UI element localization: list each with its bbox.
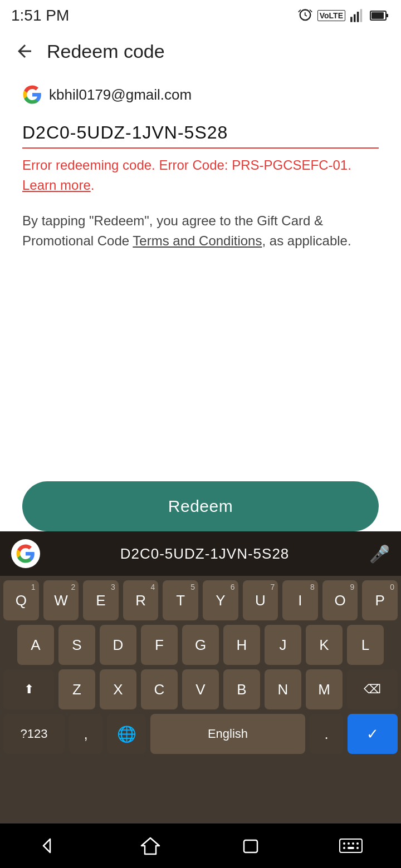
space-key[interactable]: English bbox=[150, 714, 305, 754]
svg-rect-10 bbox=[340, 839, 362, 852]
key-Y[interactable]: 6Y bbox=[203, 580, 238, 620]
back-button[interactable] bbox=[11, 38, 38, 65]
keyboard-google-logo bbox=[11, 539, 40, 568]
key-W[interactable]: 2W bbox=[43, 580, 79, 620]
terms-text: By tapping "Redeem", you agree to the Gi… bbox=[22, 211, 379, 251]
key-I[interactable]: 8I bbox=[282, 580, 318, 620]
redeem-button[interactable]: Redeem bbox=[22, 481, 379, 531]
status-time: 1:51 PM bbox=[11, 7, 69, 24]
key-row-2: A S D F G H J K L bbox=[3, 625, 398, 665]
code-input[interactable] bbox=[22, 118, 379, 149]
comma-key[interactable]: , bbox=[69, 714, 102, 754]
mic-icon[interactable]: 🎤 bbox=[369, 544, 390, 564]
nav-keyboard-button[interactable] bbox=[329, 829, 373, 862]
google-logo bbox=[22, 85, 42, 105]
numeric-key[interactable]: ?123 bbox=[3, 714, 65, 754]
page-title: Redeem code bbox=[47, 41, 165, 62]
key-B[interactable]: B bbox=[223, 669, 260, 709]
volte-icon: VoLTE bbox=[317, 10, 345, 21]
svg-point-15 bbox=[343, 847, 345, 849]
terms-link[interactable]: Terms and Conditions bbox=[133, 233, 262, 248]
key-row-1: 1Q 2W 3E 4R 5T 6Y 7U 8I 9O 0P bbox=[3, 580, 398, 620]
error-message: Error redeeming code. Error Code: PRS-PG… bbox=[22, 155, 379, 195]
error-text: Error redeeming code. Error Code: PRS-PG… bbox=[22, 157, 351, 172]
account-email: kbhil0179@gmail.com bbox=[49, 86, 192, 103]
svg-point-11 bbox=[343, 842, 345, 845]
redeem-button-wrapper: Redeem bbox=[22, 481, 379, 531]
svg-marker-7 bbox=[43, 839, 50, 852]
status-icons: VoLTE bbox=[297, 8, 390, 23]
key-E[interactable]: 3E bbox=[83, 580, 119, 620]
key-row-3: ⬆ Z X C V B N M ⌫ bbox=[3, 669, 398, 709]
key-L[interactable]: L bbox=[347, 625, 384, 665]
key-T[interactable]: 5T bbox=[163, 580, 198, 620]
svg-rect-16 bbox=[348, 847, 354, 849]
key-O[interactable]: 9O bbox=[322, 580, 358, 620]
key-row-4: ?123 , 🌐 English . ✓ bbox=[3, 714, 398, 754]
svg-rect-1 bbox=[354, 14, 356, 22]
period-key[interactable]: . bbox=[310, 714, 343, 754]
key-V[interactable]: V bbox=[182, 669, 219, 709]
status-bar: 1:51 PM VoLTE bbox=[0, 0, 401, 29]
key-A[interactable]: A bbox=[17, 625, 54, 665]
globe-key[interactable]: 🌐 bbox=[107, 714, 146, 754]
svg-point-12 bbox=[348, 842, 350, 845]
signal-icon bbox=[350, 8, 365, 23]
nav-home-button[interactable] bbox=[128, 829, 173, 862]
key-M[interactable]: M bbox=[306, 669, 343, 709]
svg-rect-5 bbox=[371, 12, 384, 19]
svg-marker-8 bbox=[141, 838, 159, 854]
svg-rect-0 bbox=[350, 17, 353, 22]
keyboard-keys: 1Q 2W 3E 4R 5T 6Y 7U 8I 9O 0P A S D F G … bbox=[0, 576, 401, 758]
key-J[interactable]: J bbox=[265, 625, 301, 665]
nav-back-button[interactable] bbox=[28, 829, 72, 862]
app-bar: Redeem code bbox=[0, 29, 401, 73]
key-N[interactable]: N bbox=[265, 669, 301, 709]
alarm-icon bbox=[297, 8, 313, 23]
keyboard-topbar: D2C0-5UDZ-1JVN-5S28 🎤 bbox=[0, 531, 401, 576]
code-input-wrapper[interactable] bbox=[22, 118, 379, 149]
svg-rect-2 bbox=[357, 12, 359, 22]
content-area: kbhil0179@gmail.com Error redeeming code… bbox=[0, 73, 401, 262]
key-Q[interactable]: 1Q bbox=[3, 580, 39, 620]
key-X[interactable]: X bbox=[100, 669, 136, 709]
key-Z[interactable]: Z bbox=[58, 669, 95, 709]
key-H[interactable]: H bbox=[223, 625, 260, 665]
backspace-key[interactable]: ⌫ bbox=[347, 669, 398, 709]
svg-point-14 bbox=[356, 842, 359, 845]
key-S[interactable]: S bbox=[58, 625, 95, 665]
svg-rect-3 bbox=[360, 9, 363, 22]
key-D[interactable]: D bbox=[100, 625, 136, 665]
battery-icon bbox=[370, 8, 390, 23]
key-K[interactable]: K bbox=[306, 625, 343, 665]
key-P[interactable]: 0P bbox=[362, 580, 398, 620]
svg-rect-9 bbox=[244, 840, 257, 852]
key-F[interactable]: F bbox=[141, 625, 178, 665]
terms-suffix: , as applicable. bbox=[262, 233, 351, 248]
nav-bar bbox=[0, 823, 401, 868]
key-C[interactable]: C bbox=[141, 669, 178, 709]
account-row: kbhil0179@gmail.com bbox=[22, 85, 379, 105]
check-key[interactable]: ✓ bbox=[348, 714, 398, 754]
svg-point-13 bbox=[352, 842, 354, 845]
key-G[interactable]: G bbox=[182, 625, 219, 665]
key-U[interactable]: 7U bbox=[243, 580, 278, 620]
key-R[interactable]: 4R bbox=[123, 580, 159, 620]
svg-point-17 bbox=[356, 847, 359, 849]
learn-more-link[interactable]: Learn more bbox=[22, 177, 91, 193]
shift-key[interactable]: ⬆ bbox=[3, 669, 54, 709]
svg-rect-6 bbox=[386, 14, 388, 17]
keyboard-code-preview: D2C0-5UDZ-1JVN-5S28 bbox=[40, 545, 369, 563]
keyboard-area: D2C0-5UDZ-1JVN-5S28 🎤 1Q 2W 3E 4R 5T 6Y … bbox=[0, 531, 401, 823]
nav-recents-button[interactable] bbox=[228, 829, 273, 862]
